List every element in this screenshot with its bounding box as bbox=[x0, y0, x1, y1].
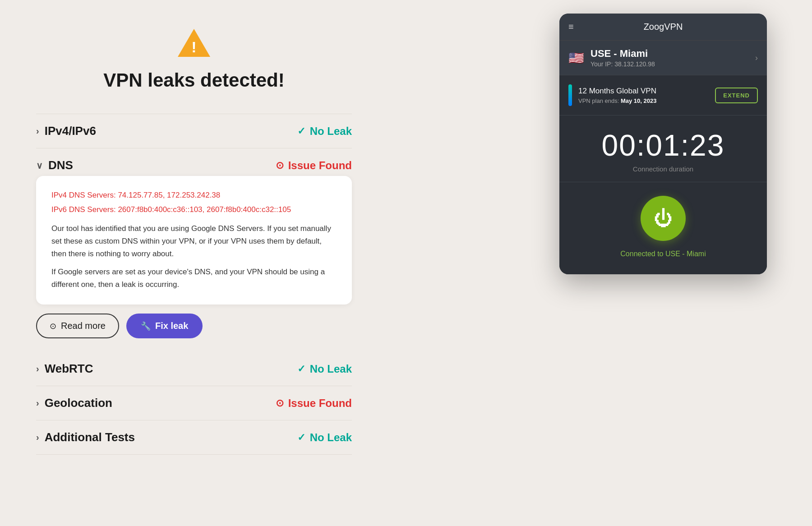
test-label-geolocation[interactable]: › Geolocation bbox=[36, 396, 112, 410]
ipv6-server-addresses: 2607:f8b0:400c:c36::103, 2607:f8b0:400c:… bbox=[118, 205, 291, 214]
hamburger-icon[interactable]: ≡ bbox=[568, 22, 574, 32]
plan-left: 12 Months Global VPN VPN plan ends: May … bbox=[568, 84, 656, 106]
ipv4-servers-line: IPv4 DNS Servers: 74.125.77.85, 172.253.… bbox=[51, 189, 337, 201]
warning-icon: ! bbox=[176, 27, 212, 59]
vpn-location-left: 🇺🇸 USE - Miami Your IP: 38.132.120.98 bbox=[568, 48, 655, 68]
chevron-icon-dns: ∨ bbox=[36, 160, 43, 171]
test-row-ipv4ipv6[interactable]: › IPv4/IPv6 ✓ No Leak bbox=[36, 114, 352, 148]
test-label-ipv4ipv6[interactable]: › IPv4/IPv6 bbox=[36, 124, 96, 138]
ipv4-server-addresses: 74.125.77.85, 172.253.242.38 bbox=[118, 191, 220, 199]
test-status-additional: ✓ No Leak bbox=[297, 431, 352, 444]
test-status-geolocation: ⊙ Issue Found bbox=[276, 397, 352, 410]
check-icon-additional: ✓ bbox=[297, 432, 305, 443]
dns-description: Our tool has identified that you are usi… bbox=[51, 222, 337, 291]
test-row-geolocation[interactable]: › Geolocation ⊙ Issue Found bbox=[36, 386, 352, 420]
location-chevron-icon[interactable]: › bbox=[755, 53, 758, 63]
extend-button[interactable]: EXTEND bbox=[715, 88, 758, 103]
chevron-icon-ipv4ipv6: › bbox=[36, 126, 39, 136]
plan-indicator-bar bbox=[568, 84, 572, 106]
page-title: VPN leaks detected! bbox=[103, 69, 285, 91]
chevron-icon-geolocation: › bbox=[36, 398, 39, 408]
chevron-icon-webrtc: › bbox=[36, 364, 39, 374]
dns-detail-card: IPv4 DNS Servers: 74.125.77.85, 172.253.… bbox=[36, 176, 352, 305]
vpn-connect-section: ⏻ Connected to USE - Miami bbox=[559, 182, 767, 274]
timer-label: Connection duration bbox=[568, 165, 758, 173]
vpn-location-row[interactable]: 🇺🇸 USE - Miami Your IP: 38.132.120.98 › bbox=[559, 40, 767, 75]
power-button[interactable]: ⏻ bbox=[641, 196, 686, 241]
left-panel: ! VPN leaks detected! › IPv4/IPv6 ✓ No L… bbox=[0, 0, 388, 526]
vpn-app-title: ZoogVPN bbox=[644, 22, 683, 32]
location-ip: Your IP: 38.132.120.98 bbox=[591, 60, 655, 68]
fix-leak-button[interactable]: 🔧 Fix leak bbox=[126, 314, 203, 338]
test-row-additional[interactable]: › Additional Tests ✓ No Leak bbox=[36, 420, 352, 455]
test-label-dns[interactable]: ∨ DNS bbox=[36, 158, 73, 172]
ipv6-servers-line: IPv6 DNS Servers: 2607:f8b0:400c:c36::10… bbox=[51, 204, 337, 216]
vpn-timer-section: 00:01:23 Connection duration bbox=[559, 115, 767, 182]
wrench-icon: 🔧 bbox=[141, 321, 151, 331]
header-section: ! VPN leaks detected! bbox=[36, 27, 352, 91]
dns-row-header[interactable]: ∨ DNS ⊙ Issue Found bbox=[36, 148, 352, 176]
test-rows: › IPv4/IPv6 ✓ No Leak ∨ DNS ⊙ Issue Foun… bbox=[36, 114, 352, 455]
vpn-app-panel: ≡ ZoogVPN 🇺🇸 USE - Miami Your IP: 38.132… bbox=[559, 14, 767, 274]
check-icon-webrtc: ✓ bbox=[297, 363, 305, 375]
us-flag-icon: 🇺🇸 bbox=[568, 51, 584, 65]
check-icon-ipv4ipv6: ✓ bbox=[297, 125, 305, 137]
info-icon: ⊙ bbox=[50, 321, 56, 331]
dns-section: ∨ DNS ⊙ Issue Found IPv4 DNS Servers: 74… bbox=[36, 148, 352, 338]
plan-name: 12 Months Global VPN bbox=[578, 87, 656, 96]
connected-status-text: Connected to USE - Miami bbox=[568, 250, 758, 258]
test-status-webrtc: ✓ No Leak bbox=[297, 363, 352, 375]
test-status-dns: ⊙ Issue Found bbox=[276, 159, 352, 172]
test-status-ipv4ipv6: ✓ No Leak bbox=[297, 125, 352, 138]
timer-display: 00:01:23 bbox=[568, 128, 758, 162]
test-row-webrtc[interactable]: › WebRTC ✓ No Leak bbox=[36, 352, 352, 386]
location-name: USE - Miami bbox=[591, 48, 655, 60]
test-label-webrtc[interactable]: › WebRTC bbox=[36, 362, 93, 376]
power-icon: ⏻ bbox=[654, 208, 673, 229]
issue-icon-dns: ⊙ bbox=[276, 160, 284, 171]
vpn-header: ≡ ZoogVPN bbox=[559, 14, 767, 40]
vpn-plan-section: 12 Months Global VPN VPN plan ends: May … bbox=[559, 75, 767, 115]
read-more-button[interactable]: ⊙ Read more bbox=[36, 314, 119, 338]
location-info: USE - Miami Your IP: 38.132.120.98 bbox=[591, 48, 655, 68]
chevron-icon-additional: › bbox=[36, 432, 39, 443]
plan-ends: VPN plan ends: May 10, 2023 bbox=[578, 97, 656, 104]
test-label-additional[interactable]: › Additional Tests bbox=[36, 430, 135, 444]
issue-icon-geolocation: ⊙ bbox=[276, 397, 284, 409]
svg-text:!: ! bbox=[191, 38, 196, 55]
action-buttons: ⊙ Read more 🔧 Fix leak bbox=[36, 314, 352, 338]
plan-info: 12 Months Global VPN VPN plan ends: May … bbox=[578, 87, 656, 104]
